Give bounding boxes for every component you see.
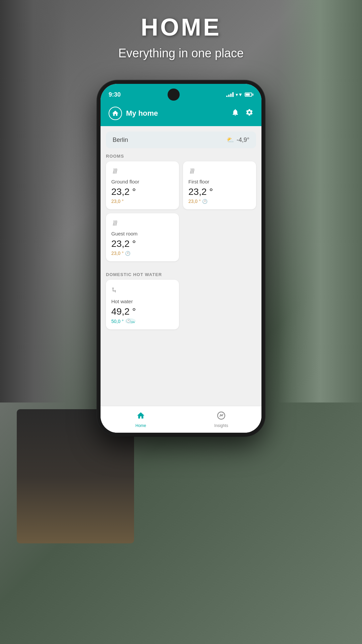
home-brand-icon: [109, 107, 122, 120]
battery-icon: [245, 93, 253, 97]
gear-icon[interactable]: [245, 108, 253, 118]
room-card-first-floor[interactable]: First floor 23,2 ° 23,0 ° 🕐: [183, 161, 256, 209]
weather-info: ⛅ -4,9°: [227, 136, 249, 144]
phone-screen: 9:30 ▾▼: [101, 84, 261, 433]
bell-icon[interactable]: [231, 108, 239, 118]
dhw-section-label: DOMESTIC HOT WATER: [101, 267, 261, 280]
rooms-section-label: ROOMS: [101, 148, 261, 161]
home-name-label: My home: [126, 109, 158, 118]
nav-insights-icon: [217, 411, 226, 422]
hot-water-name: Hot water: [111, 299, 174, 304]
room-temp-target-first: 23,0 ° 🕐: [188, 199, 251, 204]
room-temp-target-ground: 23,0 °: [111, 199, 174, 204]
schedule-icon-first: 🕐: [202, 199, 207, 204]
status-time: 9:30: [109, 91, 121, 98]
room-temp-target-guest: 23,0 ° 🕐: [111, 251, 174, 256]
app-top-bar: My home: [101, 103, 261, 126]
schedule-icon-guest: 🕐: [125, 251, 130, 256]
room-temp-current-guest: 23,2 °: [111, 238, 174, 249]
content-area: Berlin ⛅ -4,9° ROOMS: [101, 126, 261, 433]
page-title: HOME: [0, 13, 362, 41]
room-name-guest: Guest room: [111, 231, 174, 236]
top-bar-actions: [231, 108, 253, 118]
nav-insights[interactable]: Insights: [181, 406, 261, 433]
water-icon: [111, 285, 174, 297]
bottom-nav: Home Insights: [101, 406, 261, 433]
weather-icon: ⛅: [227, 136, 234, 144]
hot-water-card[interactable]: Hot water 49,2 ° 50,0 ° 🕐ON: [106, 280, 179, 329]
page-header: HOME Everything in one place: [0, 13, 362, 60]
nav-home-icon: [136, 411, 145, 422]
signal-icon: [226, 92, 234, 97]
status-icons: ▾▼: [226, 92, 253, 97]
home-brand: My home: [109, 107, 158, 120]
bg-curtain-left: [0, 0, 67, 402]
nav-home-label: Home: [135, 423, 146, 428]
room-card-guest[interactable]: Guest room 23,2 ° 23,0 ° 🕐: [106, 213, 179, 261]
water-schedule-on-icon: 🕐ON: [125, 318, 136, 324]
hot-water-temp-current: 49,2 °: [111, 306, 174, 317]
phone-frame: 9:30 ▾▼: [97, 80, 265, 436]
nav-insights-label: Insights: [214, 423, 228, 428]
weather-temperature: -4,9°: [237, 137, 249, 144]
status-bar: 9:30 ▾▼: [101, 84, 261, 103]
weather-city: Berlin: [113, 137, 128, 144]
page-subtitle: Everything in one place: [0, 46, 362, 60]
camera-notch: [168, 89, 180, 101]
room-name-ground: Ground floor: [111, 179, 174, 184]
wifi-icon: ▾▼: [236, 92, 243, 97]
room-name-first: First floor: [188, 179, 251, 184]
dhw-section: DOMESTIC HOT WATER Hot water: [101, 267, 261, 329]
heat-icon-first: [188, 167, 251, 177]
room-temp-current-first: 23,2 °: [188, 186, 251, 197]
weather-bar: Berlin ⛅ -4,9°: [106, 131, 256, 148]
heat-icon-guest: [111, 219, 174, 229]
rooms-grid: Ground floor 23,2 ° 23,0 °: [101, 161, 261, 261]
bg-curtain-right: [278, 0, 362, 402]
room-temp-current-ground: 23,2 °: [111, 186, 174, 197]
heat-icon-ground: [111, 167, 174, 177]
nav-home[interactable]: Home: [101, 406, 181, 433]
hot-water-temp-target: 50,0 ° 🕐ON: [111, 318, 174, 324]
dhw-grid: Hot water 49,2 ° 50,0 ° 🕐ON: [101, 280, 261, 329]
room-card-ground-floor[interactable]: Ground floor 23,2 ° 23,0 °: [106, 161, 179, 209]
